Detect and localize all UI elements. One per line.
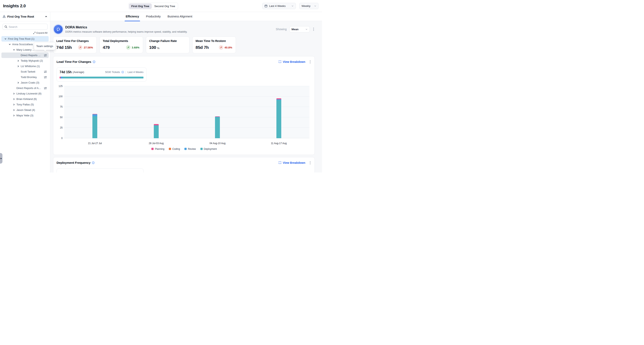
tab-productivity[interactable]: Productivity (146, 12, 160, 21)
triangle-right-icon: ▶ (0, 158, 2, 159)
toggle-first-org-tree[interactable]: First Org Tree (129, 4, 152, 9)
chevron-down-icon (292, 5, 294, 7)
kebab-menu-icon[interactable] (309, 160, 312, 165)
sidebar-title: First Org Tree Root (7, 15, 34, 18)
bar-21-jul-27-jul[interactable] (92, 114, 97, 138)
gridline (64, 86, 310, 86)
chevron-up-icon[interactable] (45, 15, 48, 18)
topbar-controls: Last 4 Weeks Weekly (262, 3, 318, 9)
tree-item[interactable]: Scott Tarkett (2, 69, 49, 74)
team-settings-icon[interactable] (44, 54, 47, 57)
chevron-spacer (17, 54, 20, 56)
gridline (64, 128, 310, 128)
team-settings-icon[interactable] (44, 70, 47, 74)
tree-item[interactable]: Todd Bromley (2, 74, 49, 80)
info-icon[interactable] (122, 71, 124, 74)
tab-efficiency[interactable]: Efficiency (126, 12, 139, 21)
chevron-right-icon[interactable] (12, 92, 15, 95)
tree-item[interactable]: Maya Yette (3) (2, 113, 49, 118)
legend-item-deployment[interactable]: Deployment (200, 148, 217, 150)
tree-item[interactable]: Tony Pallas (5) (2, 102, 49, 107)
gridline (64, 138, 310, 138)
summary-qualifier: (Average) (73, 70, 84, 74)
chevron-right-icon[interactable] (12, 109, 15, 111)
metric-unit: % (157, 46, 160, 50)
y-axis-tick: 50 (56, 116, 62, 119)
metric-card: Change Failure Rate100% (146, 36, 190, 53)
expand-all-button[interactable]: Expand All (33, 32, 48, 34)
tree-item-label: Scott Tarkett (21, 70, 35, 73)
bar-segment-deployment (92, 116, 97, 138)
metric-value: 74d 15h (56, 45, 72, 50)
toggle-second-org-tree[interactable]: Second Org Tree (152, 4, 178, 9)
chevron-spacer (17, 70, 20, 73)
date-range-select[interactable]: Last 4 Weeks (262, 3, 296, 9)
tree-item[interactable]: Teddy Wylupski (2) (2, 58, 49, 64)
chevron-right-icon[interactable] (17, 81, 20, 84)
tree-item-label: Mary Lowery ... (16, 48, 34, 51)
chevron-right-icon[interactable] (17, 60, 20, 62)
metric-card: Mean Time To Restore85d 7h↗40.8% (192, 36, 236, 53)
y-axis-tick: 100 (56, 95, 62, 98)
legend-item-planning[interactable]: Planning (151, 148, 164, 150)
tree-item[interactable]: Liz Whittome (1) (2, 64, 49, 69)
legend-swatch (200, 148, 203, 150)
team-settings-icon[interactable] (44, 86, 47, 90)
y-axis-tick: 125 (56, 85, 62, 88)
tree-item[interactable]: Brian Kirkland (6) (2, 96, 49, 102)
tree-item[interactable]: First Org Tree Root (1) (2, 36, 49, 42)
kebab-menu-icon[interactable] (312, 27, 315, 32)
tooltip-text: Team settings (36, 44, 53, 48)
search-input[interactable] (9, 25, 46, 28)
bar-11-aug-17-aug[interactable] (276, 98, 281, 138)
chevron-down-icon[interactable] (8, 43, 11, 46)
tree-item-label: Tony Pallas (5) (16, 103, 34, 106)
y-axis-tick: 25 (56, 126, 62, 129)
tree-item[interactable]: Direct Reports ... (2, 52, 49, 58)
content: DORA Metrics DORA metrics measure softwa… (50, 21, 322, 172)
segment-divider (152, 4, 152, 8)
chevron-down-icon[interactable] (4, 38, 7, 40)
tree-item[interactable]: Lindsay Liszewski (8) (2, 91, 49, 96)
info-icon[interactable] (92, 60, 96, 63)
chevron-spacer (17, 76, 20, 78)
expand-corners-icon (279, 60, 281, 63)
bar-28-jul-03-aug[interactable] (154, 124, 159, 138)
metric-title: Change Failure Rate (149, 39, 186, 42)
view-breakdown-link[interactable]: View Breakdown (279, 161, 305, 164)
kebab-menu-icon[interactable] (309, 60, 312, 64)
metric-card: Total Deployments479↗3.68% (100, 36, 143, 53)
x-axis-label: 28 Jul-03 Aug (140, 142, 172, 145)
legend-item-review[interactable]: Review (184, 148, 196, 150)
trend-up-icon: ↗ (219, 45, 223, 50)
tree-item-label: Lindsay Liszewski (8) (16, 92, 42, 95)
chart-legend: PlanningCodingReviewDeployment (56, 148, 312, 150)
trend-badge: ↗40.8% (219, 45, 232, 50)
tree-item[interactable]: Jason Stead (4) (2, 107, 49, 113)
tab-business-alignment[interactable]: Business Alignment (168, 12, 192, 21)
legend-item-coding[interactable]: Coding (169, 148, 180, 150)
main-area: EfficiencyProductivityBusiness Alignment… (50, 12, 322, 172)
tree-item-label: Liz Whittome (1) (21, 65, 40, 68)
deployment-frequency-panel: Deployment Frequency View Breakdown (53, 157, 315, 172)
chevron-down-icon[interactable] (12, 48, 15, 51)
sidebar-collapse-handle[interactable]: ▶ (0, 153, 2, 164)
granularity-select[interactable]: Weekly (299, 3, 318, 9)
chevron-right-icon[interactable] (12, 98, 15, 100)
chevron-right-icon[interactable] (12, 114, 15, 117)
tree-item[interactable]: Jason Coats (3) (2, 80, 49, 85)
tree-item-label: Maya Yette (3) (16, 114, 34, 117)
trend-badge: ↗27.56% (78, 45, 93, 50)
chevron-right-icon[interactable] (17, 65, 20, 68)
summary-value: 74d 15h (60, 70, 72, 74)
info-icon[interactable] (92, 161, 95, 164)
showing-mean-select[interactable]: Mean (289, 26, 310, 32)
org-tree-toggle: First Org Tree Second Org Tree (128, 3, 178, 10)
tree-item[interactable]: Direct Reports of A... (2, 85, 49, 91)
chevron-right-icon[interactable] (12, 103, 15, 106)
legend-swatch (184, 148, 187, 150)
bar-04-aug-10-aug[interactable] (215, 116, 220, 138)
view-breakdown-link[interactable]: View Breakdown (279, 60, 305, 64)
team-settings-icon[interactable] (44, 76, 47, 79)
deployment-summary-card (56, 168, 144, 173)
